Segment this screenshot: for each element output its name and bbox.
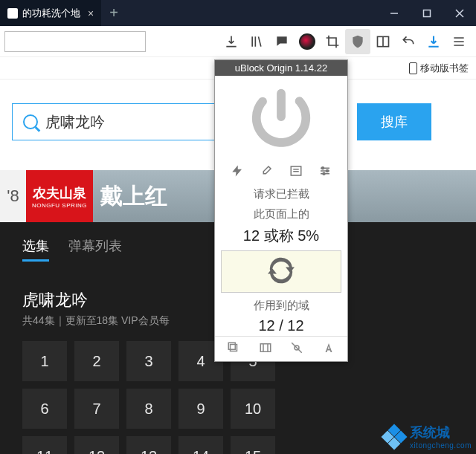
svg-point-9 (323, 172, 325, 175)
episode-item[interactable]: 1 (22, 341, 67, 381)
new-tab-button[interactable]: + (101, 0, 126, 26)
banner-brand-cn: 农夫山泉 (33, 184, 86, 202)
window-maximize-button[interactable] (411, 0, 443, 26)
bookmark-mobile[interactable]: 移动版书签 (420, 62, 469, 75)
camera-lens-icon[interactable] (295, 29, 320, 54)
window-titlebar: 的功耗洗个地 × + (0, 0, 476, 26)
browser-tab[interactable]: 的功耗洗个地 × (0, 0, 101, 26)
tab-danmu[interactable]: 弹幕列表 (68, 237, 122, 262)
episode-item[interactable]: 14 (178, 436, 223, 454)
episode-item[interactable]: 15 (231, 436, 275, 454)
menu-icon[interactable] (446, 29, 472, 54)
episode-item[interactable]: 2 (74, 341, 119, 381)
watermark: 系统城 xitongcheng.com (383, 424, 472, 450)
undo-icon[interactable] (396, 29, 421, 54)
episode-item[interactable]: 3 (126, 341, 171, 381)
episode-item[interactable]: 10 (231, 389, 275, 429)
banner-brand-en: NONGFU SPRING (32, 202, 87, 209)
ublock-blocked-label: 请求已拦截 (215, 184, 347, 204)
ublock-header: uBlock Origin 1.14.22 (215, 60, 347, 76)
download-icon[interactable] (219, 29, 244, 54)
svg-point-8 (327, 170, 329, 172)
ublock-page-stat: 12 或称 5% (215, 224, 347, 247)
chat-icon[interactable] (269, 29, 295, 54)
log-icon[interactable] (289, 164, 303, 180)
mobile-icon (409, 62, 417, 74)
svg-rect-12 (260, 344, 271, 352)
episode-item[interactable]: 7 (74, 389, 119, 429)
eyedropper-icon[interactable] (260, 164, 273, 180)
svg-rect-11 (229, 343, 236, 349)
ublock-refresh-button[interactable] (221, 250, 341, 293)
tab-favicon-icon (7, 8, 18, 19)
browser-toolbar (0, 26, 476, 57)
library-icon[interactable] (244, 29, 269, 54)
video-title: 虎啸龙吟 (22, 289, 88, 311)
ublock-footer-row (215, 336, 347, 361)
window-minimize-button[interactable] (378, 0, 411, 26)
watermark-url: xitongcheng.com (410, 441, 472, 450)
site-search-button[interactable]: 搜库 (357, 103, 431, 140)
cosmetic-icon[interactable] (290, 341, 303, 357)
svg-point-7 (322, 167, 324, 169)
episode-item[interactable]: 6 (22, 389, 67, 429)
banner-left-number: '8 (0, 170, 26, 222)
banner-brand: 农夫山泉 NONGFU SPRING (26, 170, 93, 222)
video-meta: 共44集｜更新至18集 VIP会员每 (22, 314, 170, 328)
sliders-icon[interactable] (318, 164, 332, 180)
popups-icon[interactable] (227, 341, 240, 357)
watermark-logo-icon (383, 426, 405, 448)
crop-icon[interactable] (320, 29, 345, 54)
ublock-popup: uBlock Origin 1.14.22 请求已拦截 此页面上的 12 或称 … (214, 59, 348, 362)
tab-close-icon[interactable]: × (88, 7, 94, 19)
ublock-power-button[interactable] (215, 76, 347, 160)
save-download-icon[interactable] (421, 29, 446, 54)
search-icon (23, 114, 38, 129)
media-icon[interactable] (259, 341, 272, 357)
episode-item[interactable]: 13 (126, 436, 171, 454)
episode-item[interactable]: 8 (126, 389, 171, 429)
ublock-extension-icon[interactable] (345, 29, 370, 54)
tab-episodes[interactable]: 选集 (22, 237, 49, 262)
episode-item[interactable]: 9 (178, 389, 223, 429)
episode-item[interactable]: 11 (22, 436, 67, 454)
svg-rect-1 (424, 10, 431, 16)
ublock-domain-stat: 12 / 12 (215, 316, 347, 336)
video-tabs: 选集 弹幕列表 (22, 237, 122, 262)
zap-icon[interactable] (231, 164, 244, 180)
window-close-button[interactable] (443, 0, 476, 26)
episode-item[interactable]: 12 (74, 436, 119, 454)
fonts-icon[interactable] (322, 341, 335, 357)
ublock-tool-row (215, 160, 347, 184)
ublock-domain-label: 作用到的域 (215, 296, 347, 316)
sidebar-icon[interactable] (370, 29, 396, 54)
watermark-name: 系统城 (410, 425, 450, 440)
tab-title: 的功耗洗个地 (22, 7, 80, 20)
ublock-page-label: 此页面上的 (215, 204, 347, 224)
svg-rect-10 (231, 345, 237, 351)
url-input[interactable] (4, 31, 146, 52)
